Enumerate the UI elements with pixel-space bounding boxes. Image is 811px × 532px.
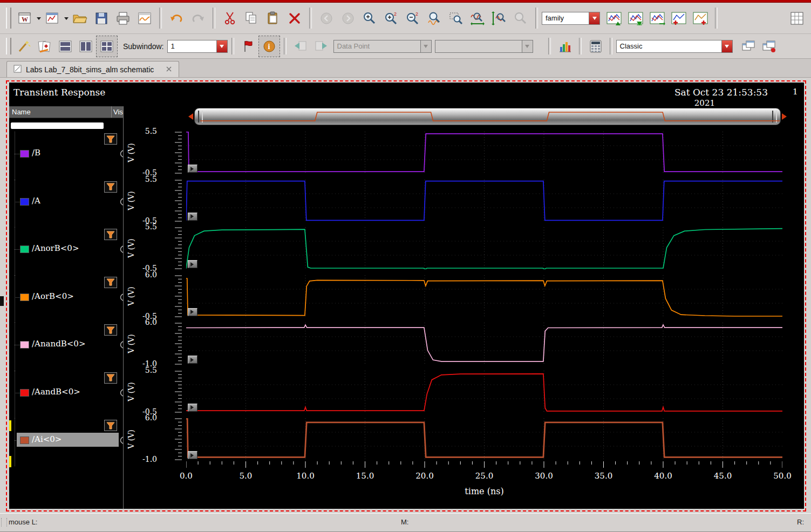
print-button[interactable] bbox=[112, 6, 134, 30]
horizontal-strips-button[interactable] bbox=[55, 36, 76, 57]
redo-button[interactable] bbox=[187, 6, 209, 30]
subwindow-combo-arrow[interactable] bbox=[216, 40, 228, 53]
waveform-strip[interactable] bbox=[186, 180, 782, 222]
style-combo-value[interactable]: Classic bbox=[616, 40, 721, 53]
signal-swatch[interactable] bbox=[20, 389, 29, 397]
vertical-strips-button[interactable] bbox=[76, 36, 96, 57]
overview-scrollbar[interactable] bbox=[185, 107, 790, 126]
signal-name[interactable]: /AnorB<0> bbox=[32, 243, 107, 253]
reload-waveform-button[interactable] bbox=[134, 6, 155, 30]
filter-button[interactable] bbox=[104, 181, 117, 193]
visibility-icon[interactable] bbox=[119, 340, 124, 351]
new-window-dropdown-caret[interactable] bbox=[36, 6, 42, 30]
scroll-right-arrow[interactable] bbox=[782, 113, 790, 120]
undo-button[interactable] bbox=[166, 6, 187, 30]
tab-close-icon[interactable] bbox=[166, 65, 172, 74]
signal-name[interactable]: /AandB<0> bbox=[32, 387, 107, 397]
subwindow-combo[interactable]: 1 bbox=[167, 40, 228, 53]
strip-marker-button[interactable] bbox=[188, 356, 197, 364]
panel-divider[interactable] bbox=[123, 106, 124, 509]
zoom-in-x2-button[interactable]: 2 bbox=[380, 6, 402, 30]
waveform-strip[interactable] bbox=[186, 323, 782, 365]
visibility-icon[interactable] bbox=[119, 149, 124, 160]
visibility-icon[interactable] bbox=[119, 197, 124, 208]
flag-button[interactable] bbox=[238, 36, 258, 57]
signal-swatch[interactable] bbox=[20, 294, 29, 301]
style-combo[interactable]: Classic bbox=[616, 40, 733, 53]
filter-button[interactable] bbox=[104, 133, 117, 145]
signal-swatch[interactable] bbox=[20, 150, 29, 158]
zoom-x-button[interactable] bbox=[467, 6, 488, 30]
zoom-y-button[interactable] bbox=[488, 6, 510, 30]
strip-marker-button[interactable] bbox=[188, 451, 197, 459]
overlay-mode-button[interactable] bbox=[625, 6, 646, 30]
strip-marker-button[interactable] bbox=[188, 165, 197, 173]
open-file-button[interactable] bbox=[69, 6, 91, 30]
name-column-header[interactable]: Name bbox=[12, 108, 31, 116]
waveform-strip[interactable] bbox=[186, 371, 782, 413]
strip-marker-button[interactable] bbox=[188, 260, 197, 268]
signal-name[interactable]: /AorB<0> bbox=[32, 291, 107, 301]
style-combo-arrow[interactable] bbox=[721, 40, 733, 53]
strip-marker-button[interactable] bbox=[188, 308, 197, 316]
filter-button[interactable] bbox=[104, 229, 117, 240]
signal-name[interactable]: /B bbox=[32, 148, 107, 158]
waveform-strip[interactable] bbox=[186, 275, 782, 317]
cascade-windows-button[interactable] bbox=[738, 36, 759, 57]
zoom-area-button[interactable] bbox=[445, 6, 467, 30]
strip-marker-button[interactable] bbox=[188, 213, 197, 221]
tab-schematic[interactable]: Labs Lab_7_8bit_sims_alm schematic bbox=[6, 61, 179, 77]
cascade-windows-alt-button[interactable] bbox=[759, 36, 779, 57]
column-divider[interactable] bbox=[111, 106, 112, 118]
previous-point-button[interactable] bbox=[290, 36, 311, 57]
signal-name[interactable]: /Ai<0> bbox=[32, 434, 107, 444]
signal-swatch[interactable] bbox=[20, 245, 29, 253]
visibility-icon[interactable] bbox=[119, 293, 124, 303]
grid-strips-button[interactable] bbox=[96, 36, 118, 57]
scrollbar-track[interactable] bbox=[194, 108, 781, 125]
swap-axes-mode-button[interactable] bbox=[646, 6, 668, 30]
visibility-icon[interactable] bbox=[119, 245, 124, 255]
info-balloon-button[interactable]: i bbox=[258, 36, 280, 57]
filter-button[interactable] bbox=[104, 324, 117, 336]
waveform-canvas[interactable]: Transient Response Sat Oct 23 21:53:53 2… bbox=[9, 83, 804, 509]
visibility-icon[interactable] bbox=[119, 388, 124, 399]
strip-mode-button[interactable] bbox=[603, 6, 625, 30]
waveform-strip[interactable] bbox=[186, 132, 782, 174]
calculator-button[interactable] bbox=[585, 36, 606, 57]
scroll-left-arrow[interactable] bbox=[185, 113, 193, 120]
histogram-button[interactable] bbox=[555, 36, 575, 57]
waveform-strip[interactable] bbox=[186, 227, 782, 269]
strip-marker-button[interactable] bbox=[188, 404, 197, 412]
signal-name[interactable]: /AnandB<0> bbox=[32, 339, 107, 349]
copy-button[interactable] bbox=[241, 6, 262, 30]
append-plot-button[interactable] bbox=[668, 6, 690, 30]
zoom-previous-button[interactable] bbox=[510, 6, 531, 30]
magic-wand-button[interactable] bbox=[14, 36, 35, 57]
open-results-window-button[interactable] bbox=[42, 6, 63, 30]
signal-name[interactable]: /A bbox=[32, 196, 107, 206]
panel-hscrollbar[interactable] bbox=[11, 122, 104, 129]
next-point-button[interactable] bbox=[311, 36, 331, 57]
subwindow-combo-value[interactable]: 1 bbox=[167, 40, 216, 53]
forward-button[interactable] bbox=[337, 6, 359, 30]
delete-button[interactable] bbox=[284, 6, 305, 30]
signal-swatch[interactable] bbox=[20, 341, 29, 349]
signal-swatch[interactable] bbox=[20, 436, 29, 444]
back-button[interactable] bbox=[316, 6, 337, 30]
waveform-strip[interactable] bbox=[186, 418, 782, 460]
filter-button[interactable] bbox=[104, 277, 117, 288]
new-subwindow-plot-button[interactable] bbox=[690, 6, 711, 30]
paste-button[interactable] bbox=[262, 6, 284, 30]
eval-cards-button[interactable] bbox=[35, 36, 55, 57]
table-view-button[interactable] bbox=[786, 6, 808, 30]
family-combo-arrow[interactable] bbox=[589, 12, 600, 25]
toolbar-grip[interactable] bbox=[6, 38, 11, 55]
zoom-out-x2-button[interactable]: 2 bbox=[402, 6, 424, 30]
filter-button[interactable] bbox=[104, 372, 117, 384]
family-combo-value[interactable]: family bbox=[542, 12, 589, 25]
zoom-fit-button[interactable] bbox=[424, 6, 445, 30]
cut-button[interactable] bbox=[219, 6, 241, 30]
new-waveform-window-button[interactable]: W bbox=[14, 6, 36, 30]
signal-swatch[interactable] bbox=[20, 198, 29, 206]
